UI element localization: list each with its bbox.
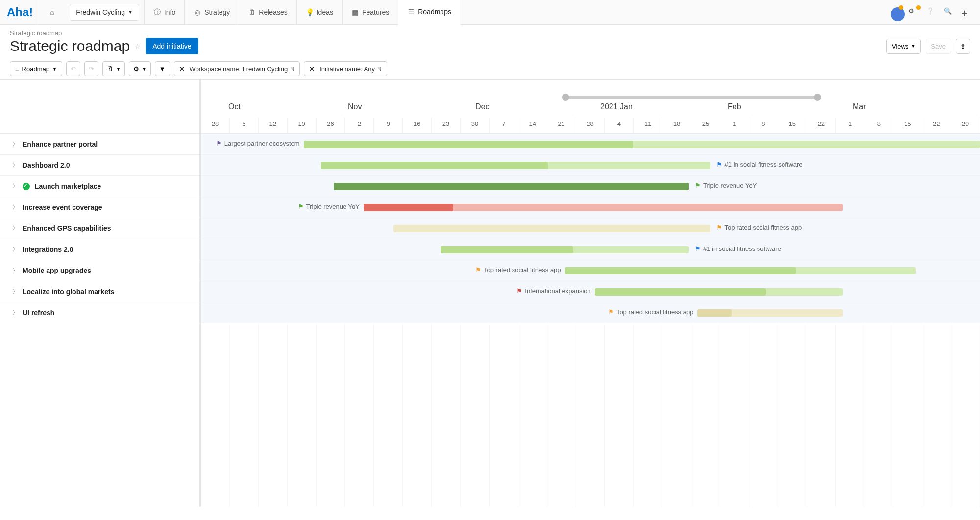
day-label: 26 [317, 117, 345, 133]
day-label: 1 [836, 117, 865, 133]
nav-info[interactable]: ⓘInfo [144, 0, 184, 25]
chevron-right-icon: 〉 [13, 183, 18, 190]
home-nav[interactable]: ⌂ [39, 0, 65, 25]
flag-icon: ⚑ [608, 308, 614, 316]
workspace-filter[interactable]: ✕Workspace name: Fredwin Cycling⇅ [174, 61, 300, 76]
day-label: 19 [288, 117, 317, 133]
date-picker-button[interactable]: 🗓▼ [102, 61, 125, 76]
day-label: 15 [778, 117, 807, 133]
chevron-right-icon: 〉 [13, 246, 18, 253]
gear-icon[interactable]: ⚙ [908, 7, 918, 17]
gantt-bar-progress[interactable] [304, 141, 634, 148]
gantt-row[interactable]: ⚑Top rated social fitness app [201, 260, 980, 281]
gantt-bar-progress[interactable] [595, 288, 766, 296]
nav-ideas[interactable]: 💡Ideas [296, 0, 342, 25]
gantt-row[interactable]: ⚑Triple revenue YoY [201, 197, 980, 218]
gantt-bar-progress[interactable] [697, 309, 732, 317]
workspace-picker[interactable]: Fredwin Cycling ▼ [70, 4, 139, 21]
chevron-right-icon: 〉 [13, 267, 18, 274]
day-label: 12 [259, 117, 288, 133]
day-label: 11 [634, 117, 662, 133]
search-icon[interactable]: 🔍 [944, 7, 954, 17]
gantt-row[interactable]: ⚑International expansion [201, 281, 980, 302]
nav-roadmaps[interactable]: ☰Roadmaps [398, 0, 460, 25]
save-button[interactable]: Save [926, 39, 951, 54]
remove-filter-icon[interactable]: ✕ [179, 65, 185, 73]
gantt-row[interactable]: ⚑Top rated social fitness app [201, 218, 980, 239]
gantt-bar[interactable] [393, 225, 710, 232]
row-label: Enhance partner portal [23, 140, 98, 148]
day-label: 18 [662, 117, 691, 133]
gantt-bar-progress[interactable] [321, 162, 548, 169]
roadmap-type-button[interactable]: ≡Roadmap▼ [10, 61, 62, 76]
remove-filter-icon[interactable]: ✕ [309, 65, 315, 73]
redo-button[interactable]: ↷ [84, 61, 98, 76]
gantt-row[interactable]: ⚑#1 in social fitness software [201, 239, 980, 260]
sidebar-row[interactable]: 〉Enhance partner portal [0, 134, 199, 155]
gantt-row[interactable]: ⚑#1 in social fitness software [201, 155, 980, 176]
flag-icon: ⚑ [695, 245, 701, 252]
flag-icon: ⚑ [716, 224, 722, 231]
initiative-filter-label: Initiative name: Any [319, 65, 375, 73]
help-icon[interactable]: ❔ [926, 7, 936, 17]
sidebar-row[interactable]: 〉Enhanced GPS capabilities [0, 218, 199, 239]
logo: Aha! [7, 5, 33, 19]
month-label: Mar [853, 102, 866, 111]
views-button[interactable]: Views▼ [886, 39, 921, 54]
goal-label: ⚑International expansion [516, 287, 590, 295]
days-header: 2851219262916233071421284111825181522181… [201, 117, 980, 134]
add-icon[interactable]: + [961, 7, 971, 17]
row-label: Mobile app upgrades [23, 267, 91, 274]
avatar[interactable] [891, 7, 901, 17]
sidebar-row[interactable]: 〉Increase event coverage [0, 197, 199, 218]
nav-releases[interactable]: 🗓Releases [239, 0, 296, 25]
timeline-scroll[interactable] [201, 94, 980, 100]
day-label: 21 [547, 117, 576, 133]
gantt-bar-progress[interactable] [441, 246, 573, 253]
goal-label: ⚑#1 in social fitness software [695, 245, 781, 252]
workspace-filter-label: Workspace name: Fredwin Cycling [190, 65, 288, 73]
timeline[interactable]: OctNovDec2021 JanFebMar 2851219262916233… [201, 80, 980, 507]
chevron-right-icon: 〉 [13, 141, 18, 148]
sidebar-row[interactable]: 〉UI refresh [0, 302, 199, 323]
sidebar-row[interactable]: 〉Launch marketplace [0, 176, 199, 197]
info-icon: ⓘ [153, 8, 161, 17]
month-label: Nov [348, 102, 362, 111]
day-label: 16 [403, 117, 432, 133]
gantt-row[interactable]: ⚑Top rated social fitness app [201, 302, 980, 323]
home-icon: ⌂ [48, 8, 56, 16]
goal-label: ⚑#1 in social fitness software [716, 161, 803, 168]
nav-strategy[interactable]: ◎Strategy [184, 0, 239, 25]
sidebar-row[interactable]: 〉Mobile app upgrades [0, 260, 199, 281]
month-label: Oct [228, 102, 241, 111]
filter-button[interactable]: ▼ [155, 61, 170, 76]
header-actions: Views▼ Save ⇪ [886, 39, 970, 54]
sidebar-row[interactable]: 〉Localize into global markets [0, 281, 199, 302]
gantt-bar-progress[interactable] [364, 204, 453, 211]
settings-button[interactable]: ⚙▼ [129, 61, 151, 76]
gantt-bar-progress[interactable] [334, 183, 689, 190]
title-row: Strategic roadmap ☆ Add initiative Views… [10, 38, 970, 54]
flag-icon: ⚑ [298, 203, 304, 210]
undo-button[interactable]: ↶ [66, 61, 80, 76]
goal-label: ⚑Triple revenue YoY [298, 203, 360, 210]
day-label: 8 [749, 117, 778, 133]
row-label: Increase event coverage [23, 203, 102, 211]
initiative-filter[interactable]: ✕Initiative name: Any⇅ [304, 61, 387, 76]
flag-icon: ⚑ [475, 266, 481, 273]
day-label: 5 [230, 117, 259, 133]
check-badge-icon [23, 183, 30, 190]
gantt-row[interactable]: ⚑Triple revenue YoY [201, 176, 980, 197]
day-label: 2 [345, 117, 374, 133]
gantt-bar-progress[interactable] [565, 267, 796, 274]
share-button[interactable]: ⇪ [956, 39, 970, 54]
nav-features[interactable]: ▦Features [342, 0, 398, 25]
day-label: 23 [432, 117, 461, 133]
day-label: 29 [951, 117, 980, 133]
sidebar-row[interactable]: 〉Dashboard 2.0 [0, 155, 199, 176]
month-label: Dec [475, 102, 489, 111]
sidebar-row[interactable]: 〉Integrations 2.0 [0, 239, 199, 260]
gantt-row[interactable]: ⚑Largest partner ecosystem [201, 134, 980, 155]
star-icon[interactable]: ☆ [135, 43, 141, 50]
add-initiative-button[interactable]: Add initiative [146, 38, 198, 54]
